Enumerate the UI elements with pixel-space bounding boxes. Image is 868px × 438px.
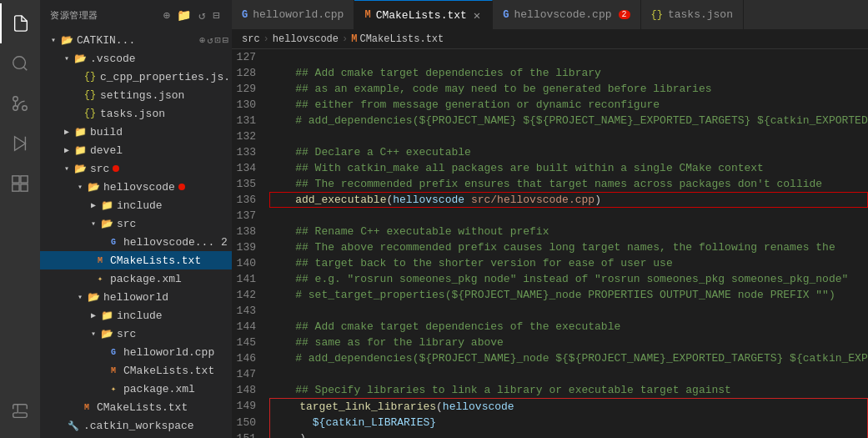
sidebar-item-src[interactable]: ▾ 📂 src (40, 159, 232, 178)
expand-arrow: ▶ (60, 127, 73, 137)
run-icon[interactable] (0, 123, 40, 164)
sidebar-item-tasks-json[interactable]: {} tasks.json (40, 104, 232, 123)
tab-label: hellovscode.cpp (514, 8, 611, 21)
workspace-icon4[interactable]: ⊟ (223, 34, 228, 47)
sidebar-item-include-hv[interactable]: ▶ 📁 include (40, 196, 232, 214)
json-icon: {} (83, 88, 97, 102)
line-content: ## either from message generation or dyn… (269, 97, 868, 113)
folder-icon: 📂 (87, 290, 100, 304)
folder-icon: 📂 (60, 33, 73, 47)
line-number: 137 (232, 208, 269, 224)
sidebar-item-cmakelists-hv[interactable]: M CMakeLists.txt (40, 251, 232, 269)
tab-bar: G helloworld.cpp M CMakeLists.txt ✕ G he… (232, 0, 868, 29)
code-line-141: 141 ## e.g. "rosrun someones_pkg node" i… (232, 271, 868, 287)
svg-rect-10 (13, 184, 19, 191)
sidebar-item-label: .catkin_workspace (83, 420, 194, 432)
line-number: 148 (232, 382, 269, 398)
sidebar-item-devel[interactable]: ▶ 📁 devel (40, 141, 232, 159)
sidebar-item-helloworld-cpp[interactable]: G helloworld.cpp (40, 343, 232, 361)
workspace-icon3[interactable]: ⊡ (215, 34, 221, 47)
code-line-135: 135 ## The recommended prefix ensures th… (232, 176, 868, 192)
tab-close-button[interactable]: ✕ (472, 8, 482, 23)
line-number: 145 (232, 335, 269, 350)
tab-cmakelists[interactable]: M CMakeLists.txt ✕ (354, 0, 493, 29)
line-content: ## Add cmake target dependencies of the … (269, 65, 868, 81)
tab-tasks-json[interactable]: {} tasks.json (641, 0, 744, 29)
sidebar-item-label: settings.json (100, 89, 184, 102)
sidebar-item-label: package.xml (123, 383, 195, 395)
expand-arrow: ▾ (60, 164, 73, 174)
sidebar-header-icons: ⊕ 📁 ↺ ⊟ (161, 7, 222, 24)
expand-arrow: ▾ (73, 182, 87, 192)
code-line-150: 150 ${catkin_LIBRARIES} (232, 415, 868, 430)
line-number: 146 (232, 350, 269, 366)
sidebar-item-c-cpp-properties[interactable]: {} c_cpp_properties.js... (40, 68, 232, 86)
sidebar-item-hellovscode[interactable]: ▾ 📂 hellovscode (40, 178, 232, 196)
source-control-icon[interactable] (0, 83, 40, 123)
tab-helloworld-cpp[interactable]: G helloworld.cpp (232, 0, 354, 29)
line-number: 132 (232, 128, 269, 144)
refresh-icon[interactable]: ↺ (197, 7, 208, 24)
svg-line-1 (23, 67, 27, 70)
files-icon[interactable] (0, 3, 40, 43)
code-line-128: 128 ## Add cmake target dependencies of … (232, 65, 868, 81)
expand-arrow: ▾ (87, 219, 100, 229)
folder-icon: 📂 (73, 162, 87, 175)
search-icon[interactable] (0, 43, 40, 83)
tab-label: helloworld.cpp (253, 8, 344, 21)
sidebar-item-include-hw[interactable]: ▶ 📁 include (40, 306, 232, 325)
sidebar-item-label: src (90, 163, 109, 175)
breadcrumb-sep1: › (263, 33, 269, 45)
sidebar-item-label: build (90, 126, 123, 138)
test-icon[interactable] (0, 391, 40, 431)
sidebar-item-catkin[interactable]: ▾ 📂 CATKIN... ⊕ ↺ ⊡ ⊟ (40, 31, 232, 49)
code-line-140: 140 ## target back to the shorter versio… (232, 255, 868, 271)
code-line-149: 149 target_link_libraries(hellovscode (232, 398, 868, 415)
sidebar-item-label: include (117, 310, 163, 322)
svg-point-0 (13, 57, 26, 69)
line-number: 130 (232, 97, 269, 113)
sidebar-item-catkin-workspace[interactable]: 🔧 .catkin_workspace (40, 416, 232, 435)
line-content: ## With catkin_make all packages are bui… (269, 160, 868, 176)
sidebar-item-label: hellovscode... 2 (123, 236, 228, 249)
new-file-icon[interactable]: ⊕ (161, 7, 172, 24)
code-line-129: 129 ## as an example, code may need to b… (232, 81, 868, 97)
sidebar-header: 资源管理器 ⊕ 📁 ↺ ⊟ (40, 0, 232, 31)
code-line-146: 146 # add_dependencies(${PROJECT_NAME}_n… (232, 350, 868, 366)
sidebar-item-helloworld[interactable]: ▾ 📂 helloworld (40, 288, 232, 306)
sidebar-item-label: helloworld (103, 291, 168, 304)
line-number: 139 (232, 239, 269, 255)
svg-point-2 (23, 106, 28, 111)
tab-hellovscode-cpp[interactable]: G hellovscode.cpp 2 (493, 0, 640, 29)
code-line-127: 127 (232, 49, 868, 65)
activity-bar (0, 0, 40, 438)
sidebar-item-package-hw[interactable]: ✦ package.xml (40, 380, 232, 398)
code-line-148: 148 ## Specify libraries to link a libra… (232, 382, 868, 398)
sidebar-item-src-hv[interactable]: ▾ 📂 src (40, 214, 232, 233)
line-number: 133 (232, 144, 269, 160)
xml-icon: ✦ (93, 272, 107, 285)
sidebar-item-cmakelists-root[interactable]: M CMakeLists.txt (40, 398, 232, 416)
extensions-icon[interactable] (0, 164, 40, 204)
sidebar-item-build[interactable]: ▶ 📁 build (40, 123, 232, 141)
code-line-142: 142 # set_target_properties(${PROJECT_NA… (232, 287, 868, 303)
line-content: target_link_libraries(hellovscode (269, 398, 868, 415)
sidebar-item-package-hv[interactable]: ✦ package.xml (40, 269, 232, 288)
code-editor[interactable]: 127 128 ## Add cmake target dependencies… (232, 49, 868, 438)
sidebar-item-vscode[interactable]: ▾ 📂 .vscode (40, 49, 232, 68)
sidebar-item-settings-json[interactable]: {} settings.json (40, 86, 232, 104)
sidebar-item-src-hw[interactable]: ▾ 📂 src (40, 325, 232, 343)
sidebar-item-hellovscode-cpp[interactable]: G hellovscode... 2 (40, 233, 232, 251)
new-folder-icon[interactable]: 📁 (175, 7, 193, 24)
cpp-tab-icon: G (503, 9, 509, 21)
sidebar-item-label: CMakeLists.txt (110, 254, 201, 267)
breadcrumb-hellovscode: hellovscode (273, 33, 339, 45)
workspace-icon1[interactable]: ⊕ (199, 34, 205, 47)
workspace-icon2[interactable]: ↺ (207, 34, 213, 47)
expand-arrow: ▶ (87, 310, 100, 320)
sidebar-item-cmakelists-hw[interactable]: M CMakeLists.txt (40, 361, 232, 380)
svg-rect-11 (21, 184, 28, 191)
collapse-icon[interactable]: ⊟ (211, 7, 222, 24)
line-content: ## The above recommended prefix causes l… (269, 239, 868, 255)
svg-point-3 (13, 97, 18, 102)
